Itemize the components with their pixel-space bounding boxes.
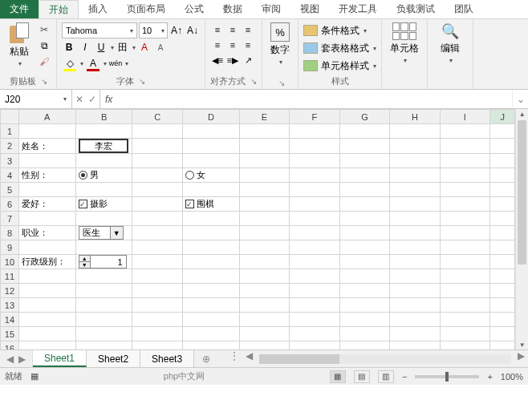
row-header-4[interactable]: 4 <box>1 168 19 183</box>
cell-B8[interactable]: 医生▼ <box>75 226 132 240</box>
format-painter-button[interactable]: 🖌 <box>37 55 51 69</box>
align-center-button[interactable]: ≡ <box>225 38 240 52</box>
cell-A10[interactable]: 行政级别： <box>18 255 75 269</box>
italic-button[interactable]: I <box>78 40 92 55</box>
row-header-2[interactable]: 2 <box>1 139 19 154</box>
increase-indent-button[interactable]: ≡▶ <box>225 53 240 67</box>
zoom-out-button[interactable]: − <box>402 372 407 382</box>
number-format-button[interactable]: % 数字 ▾ <box>267 22 293 66</box>
row-header-6[interactable]: 6 <box>1 197 19 212</box>
radio-female[interactable] <box>185 171 194 180</box>
decrease-indent-button[interactable]: ◀≡ <box>210 53 225 67</box>
row-header-8[interactable]: 8 <box>1 226 19 240</box>
cancel-formula-icon[interactable]: ✕ <box>75 94 83 105</box>
col-header-E[interactable]: E <box>239 110 289 124</box>
expand-formula-bar-button[interactable]: ⌄ <box>512 90 528 108</box>
hscroll-left-icon[interactable]: ◀ <box>242 350 256 367</box>
cell-A8[interactable]: 职业： <box>18 226 75 240</box>
align-top-button[interactable]: ≡ <box>210 22 225 37</box>
row-header-9[interactable]: 9 <box>1 240 19 255</box>
tab-insert[interactable]: 插入 <box>79 0 117 18</box>
col-header-J[interactable]: J <box>490 110 515 124</box>
tab-loadtest[interactable]: 负载测试 <box>387 0 445 18</box>
decrease-font-alt-button[interactable]: A <box>153 40 168 55</box>
tab-review[interactable]: 审阅 <box>252 0 290 18</box>
number-launcher[interactable]: ↘ <box>278 79 285 87</box>
cell-B10[interactable]: ▲▼1 <box>75 255 132 269</box>
row-header-12[interactable]: 12 <box>1 284 19 298</box>
row-header-16[interactable]: 16 <box>1 341 19 350</box>
col-header-G[interactable]: G <box>339 110 389 124</box>
clipboard-launcher[interactable]: ↘ <box>41 77 47 86</box>
border-button[interactable]: 田 <box>116 40 130 55</box>
view-pagelayout-button[interactable]: ▤ <box>354 370 370 383</box>
select-all-corner[interactable] <box>1 110 19 124</box>
sheet-nav-arrows[interactable]: ◀▶ <box>0 350 33 367</box>
vertical-scrollbar[interactable]: ▲ ▼ <box>515 109 528 349</box>
bold-button[interactable]: B <box>62 40 76 55</box>
hscroll-right-icon[interactable]: ▶ <box>514 350 528 367</box>
row-header-13[interactable]: 13 <box>1 298 19 313</box>
align-bottom-button[interactable]: ≡ <box>241 22 255 37</box>
align-left-button[interactable]: ≡ <box>210 38 225 52</box>
decrease-font-button[interactable]: A↓ <box>185 23 200 38</box>
col-header-B[interactable]: B <box>75 110 132 124</box>
chevron-down-icon[interactable]: ▼ <box>110 227 123 239</box>
cut-button[interactable]: ✂ <box>37 22 51 37</box>
scroll-up-icon[interactable]: ▲ <box>516 109 528 119</box>
tab-file[interactable]: 文件 <box>0 0 39 18</box>
cell-D4[interactable]: 女 <box>182 168 239 183</box>
tab-page-layout[interactable]: 页面布局 <box>117 0 175 18</box>
cell-style-button[interactable]: 单元格样式▾ <box>303 58 376 74</box>
row-header-5[interactable]: 5 <box>1 183 19 197</box>
new-sheet-button[interactable]: ⊕ <box>194 350 218 367</box>
fx-icon[interactable]: fx <box>100 90 117 108</box>
tab-view[interactable]: 视图 <box>290 0 329 18</box>
col-header-A[interactable]: A <box>18 110 75 124</box>
cell-A2[interactable]: 姓名： <box>18 139 75 154</box>
col-header-C[interactable]: C <box>132 110 182 124</box>
align-right-button[interactable]: ≡ <box>241 38 255 52</box>
font-color-button[interactable]: A <box>85 57 101 70</box>
sheet-tab-3[interactable]: Sheet3 <box>140 350 194 367</box>
copy-button[interactable]: ⧉ <box>37 38 51 53</box>
spinner-down[interactable]: ▼ <box>79 262 90 268</box>
cell-B2[interactable]: 李宏 <box>75 139 132 154</box>
radio-male[interactable] <box>79 171 87 180</box>
cell-A6[interactable]: 爱好： <box>18 197 75 212</box>
increase-font-alt-button[interactable]: A <box>137 40 152 55</box>
spreadsheet-grid[interactable]: A B C D E F G H I J 1 2 姓名： 李宏 3 4 性别： 男… <box>0 109 515 349</box>
hscroll-thumb[interactable] <box>259 354 339 364</box>
col-header-D[interactable]: D <box>182 110 239 124</box>
name-box[interactable]: J20▾ <box>0 90 72 108</box>
tab-home[interactable]: 开始 <box>39 0 79 18</box>
cell-D6[interactable]: ✓围棋 <box>182 197 239 212</box>
checkbox-photo[interactable]: ✓ <box>79 200 87 208</box>
col-header-H[interactable]: H <box>390 110 440 124</box>
row-header-15[interactable]: 15 <box>1 327 19 341</box>
zoom-in-button[interactable]: + <box>487 372 492 382</box>
rank-spinner[interactable]: ▲▼1 <box>79 255 127 269</box>
col-header-I[interactable]: I <box>440 110 489 124</box>
zoom-slider[interactable] <box>415 375 479 378</box>
paste-button[interactable]: 粘贴 ▾ <box>5 22 34 67</box>
job-combobox[interactable]: 医生▼ <box>79 226 124 240</box>
row-header-7[interactable]: 7 <box>1 212 19 226</box>
cell-A4[interactable]: 性别： <box>18 168 75 183</box>
row-header-11[interactable]: 11 <box>1 269 19 284</box>
sheet-tab-1[interactable]: Sheet1 <box>33 350 87 367</box>
row-header-3[interactable]: 3 <box>1 154 19 168</box>
phonetic-button[interactable]: wén <box>108 56 123 71</box>
tab-data[interactable]: 数据 <box>213 0 252 18</box>
conditional-format-button[interactable]: 条件格式▾ <box>303 22 367 38</box>
font-launcher[interactable]: ↘ <box>139 77 145 86</box>
row-header-14[interactable]: 14 <box>1 313 19 327</box>
table-format-button[interactable]: 套表格格式▾ <box>303 40 376 56</box>
row-header-10[interactable]: 10 <box>1 255 19 269</box>
fill-color-button[interactable]: ◇ <box>62 57 78 70</box>
formula-input[interactable] <box>117 90 512 108</box>
cell-B4[interactable]: 男 <box>75 168 132 183</box>
align-middle-button[interactable]: ≡ <box>225 22 240 37</box>
tab-team[interactable]: 团队 <box>445 0 483 18</box>
increase-font-button[interactable]: A↑ <box>169 23 184 38</box>
